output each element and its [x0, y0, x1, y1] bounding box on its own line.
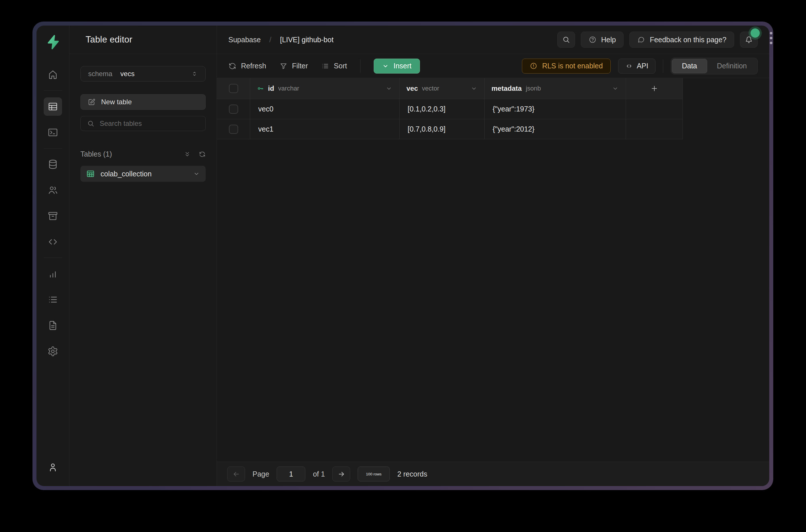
sidebar-item-storage[interactable] [44, 207, 62, 225]
edge-functions-icon [47, 236, 58, 247]
row-select-cell [217, 119, 250, 139]
chevrons-up-down-icon [191, 70, 198, 77]
table-editor-sidebar: Table editor schema vecs New table Tabl [70, 25, 217, 486]
tab-data[interactable]: Data [672, 59, 707, 73]
cell-vec[interactable]: [0.1,0.2,0.3] [400, 99, 484, 119]
plus-icon [650, 84, 659, 93]
chevron-down-icon[interactable] [612, 85, 619, 92]
row-checkbox[interactable] [229, 104, 238, 114]
table-list-item[interactable]: colab_collection [80, 166, 206, 182]
cell-vec[interactable]: [0.7,0.8,0.9] [400, 119, 484, 139]
cell-metadata[interactable]: {"year":1973} [484, 99, 626, 119]
sidebar-item-auth[interactable] [44, 181, 62, 200]
rail-divider [44, 148, 62, 149]
grid-toolbar: Refresh Filter Sort Insert [217, 54, 769, 78]
add-column-button[interactable] [626, 78, 683, 99]
auth-users-icon [47, 185, 58, 196]
rls-warning-badge[interactable]: RLS is not enabled [522, 59, 610, 74]
filter-label: Filter [292, 62, 308, 70]
records-count: 2 records [397, 470, 427, 478]
rows-per-page-button[interactable]: 100 rows [358, 467, 390, 481]
next-page-button[interactable] [332, 467, 350, 481]
supabase-app: Table editor schema vecs New table Tabl [37, 25, 769, 486]
sidebar-body: schema vecs New table Tables (1) [70, 54, 216, 194]
window-menu-dots[interactable] [769, 32, 773, 44]
docs-icon [47, 320, 58, 331]
search-tables-field [80, 116, 206, 131]
breadcrumb: Supabase / [LIVE] github-bot [228, 35, 333, 44]
topbar-actions: Help Feedback on this page? [557, 32, 758, 48]
toolbar-divider [663, 59, 663, 73]
column-name: metadata [492, 84, 522, 93]
sidebar-item-home[interactable] [44, 65, 62, 84]
cell-empty [626, 99, 683, 119]
insert-label: Insert [394, 62, 411, 70]
rls-warning-label: RLS is not enabled [542, 62, 602, 70]
help-button[interactable]: Help [581, 32, 623, 48]
top-bar: Supabase / [LIVE] github-bot Help Feedba… [217, 25, 769, 54]
schema-select[interactable]: schema vecs [80, 66, 206, 81]
tab-definition[interactable]: Definition [707, 59, 756, 73]
cell-id[interactable]: vec0 [250, 99, 400, 119]
app-window: Table editor schema vecs New table Tabl [33, 21, 773, 490]
breadcrumb-org[interactable]: Supabase [228, 36, 261, 44]
search-button[interactable] [557, 32, 575, 48]
schema-value: vecs [120, 70, 134, 78]
table-green-icon [86, 170, 95, 178]
column-type: varchar [278, 85, 299, 92]
prev-page-button[interactable] [227, 467, 245, 481]
storage-icon [47, 211, 58, 222]
of-label: of 1 [313, 470, 325, 478]
feedback-label: Feedback on this page? [650, 36, 726, 44]
sidebar-item-logs[interactable] [44, 290, 62, 309]
refresh-icon [228, 62, 236, 70]
sidebar-item-reports[interactable] [44, 265, 62, 283]
tab-definition-label: Definition [717, 62, 747, 70]
column-type: vector [422, 85, 439, 92]
select-all-cell [217, 78, 250, 99]
api-button[interactable]: API [618, 59, 655, 74]
column-header-id[interactable]: id varchar [250, 78, 400, 99]
arrow-right-icon [338, 470, 345, 478]
filter-icon [280, 62, 288, 70]
sidebar-item-docs[interactable] [44, 316, 62, 335]
chevron-down-icon[interactable] [471, 85, 477, 92]
collapse-all-icon[interactable] [184, 151, 191, 158]
new-table-button[interactable]: New table [80, 94, 206, 110]
chevron-down-icon[interactable] [193, 170, 200, 177]
column-header-metadata[interactable]: metadata jsonb [484, 78, 626, 99]
sort-button[interactable]: Sort [321, 62, 347, 70]
tables-heading-row: Tables (1) [80, 150, 206, 158]
breadcrumb-project[interactable]: [LIVE] github-bot [280, 36, 333, 44]
sidebar-item-settings[interactable] [44, 342, 62, 361]
account-button[interactable] [44, 458, 62, 476]
bell-icon [745, 36, 753, 44]
sidebar-header: Table editor [70, 25, 216, 54]
search-tables-input[interactable] [100, 119, 199, 128]
sidebar-item-table-editor[interactable] [44, 97, 62, 116]
insert-button[interactable]: Insert [374, 59, 420, 74]
cell-id[interactable]: vec1 [250, 119, 400, 139]
row-checkbox[interactable] [229, 125, 238, 134]
feedback-button[interactable]: Feedback on this page? [629, 32, 734, 48]
sql-editor-icon [47, 127, 58, 138]
refresh-tables-icon[interactable] [199, 151, 206, 158]
reports-icon [47, 268, 58, 279]
cell-metadata[interactable]: {"year":2012} [484, 119, 626, 139]
sidebar-item-database[interactable] [44, 155, 62, 173]
chevron-down-icon[interactable] [385, 85, 392, 92]
refresh-button[interactable]: Refresh [228, 62, 266, 70]
toolbar-right: RLS is not enabled API Data Definition [522, 58, 758, 74]
supabase-logo[interactable] [44, 34, 61, 50]
column-header-vec[interactable]: vec vector [400, 78, 484, 99]
sort-label: Sort [334, 62, 347, 70]
arrow-left-icon [232, 470, 240, 478]
help-circle-icon [589, 36, 597, 44]
filter-button[interactable]: Filter [280, 62, 308, 70]
sidebar-item-edge-functions[interactable] [44, 233, 62, 251]
sidebar-item-sql-editor[interactable] [44, 123, 62, 141]
notifications-button[interactable] [740, 32, 758, 48]
logs-icon [47, 294, 58, 305]
page-input[interactable] [276, 467, 305, 481]
select-all-checkbox[interactable] [229, 84, 238, 93]
